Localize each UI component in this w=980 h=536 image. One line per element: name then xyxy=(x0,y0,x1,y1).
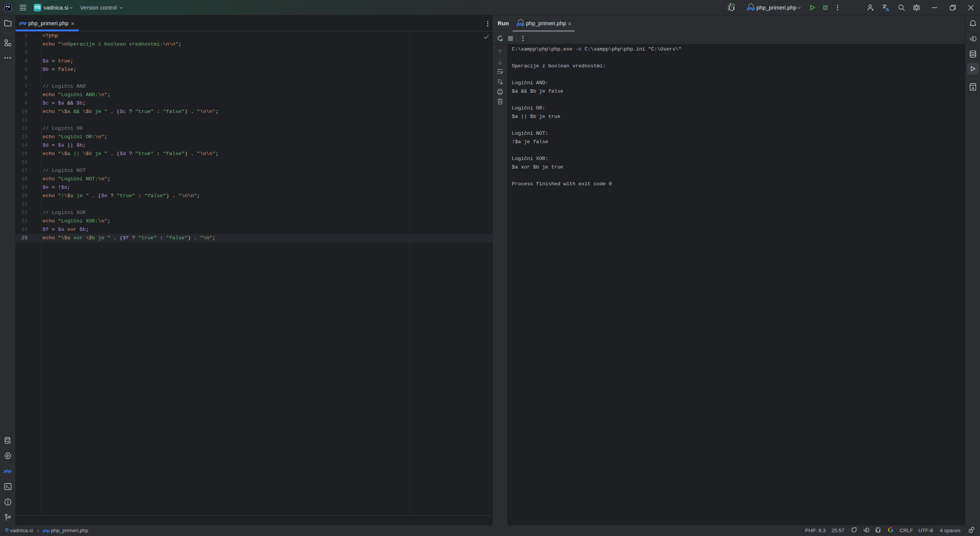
svg-text:A: A xyxy=(972,86,974,90)
svg-text:A: A xyxy=(886,7,889,12)
